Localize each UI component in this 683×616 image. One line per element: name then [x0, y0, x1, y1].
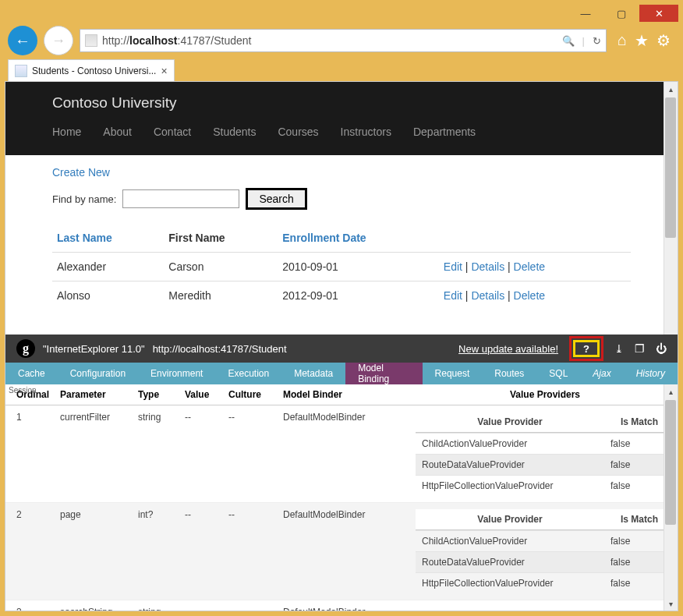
glimpse-tab-metadata[interactable]: Metadata — [281, 363, 345, 384]
details-link[interactable]: Details — [471, 260, 504, 273]
vp-name: RouteDataValueProvider — [416, 552, 604, 572]
page-icon — [85, 34, 97, 47]
settings-icon[interactable]: ⚙ — [656, 31, 671, 50]
browser-chrome: ← → http://localhost:41787/Student 🔍 | ↻… — [5, 25, 678, 56]
tab-favicon — [15, 65, 27, 77]
glimpse-tabs: CacheConfigurationEnvironmentExecutionMe… — [5, 363, 678, 384]
nav-link-about[interactable]: About — [103, 126, 132, 138]
refresh-icon[interactable]: ↻ — [593, 35, 601, 47]
glimpse-row: 2pageint?----DefaultModelBinderValue Pro… — [5, 503, 678, 600]
glimpse-row: 1currentFilterstring----DefaultModelBind… — [5, 405, 678, 503]
glimpse-popout-icon[interactable]: ❐ — [635, 342, 645, 355]
search-icon[interactable]: 🔍 — [562, 35, 575, 47]
cell-value: -- — [182, 600, 225, 611]
glimpse-tab-history[interactable]: History — [624, 363, 678, 384]
glimpse-logo-icon[interactable]: g — [16, 339, 35, 358]
forward-button[interactable]: → — [44, 26, 73, 55]
glimpse-help-button[interactable]: ? — [573, 340, 600, 357]
glimpse-row: 3searchStringstring----DefaultModelBinde… — [5, 600, 678, 611]
glimpse-tab-request[interactable]: Request — [423, 363, 483, 384]
glimpse-update-link[interactable]: New update available! — [458, 343, 558, 355]
nav-link-courses[interactable]: Courses — [278, 126, 318, 138]
scroll-up-icon[interactable]: ▴ — [664, 82, 678, 96]
site-brand[interactable]: Contoso University — [52, 94, 631, 112]
glimpse-url: http://localhost:41787/Student — [153, 343, 287, 355]
cell-parameter: searchString — [57, 600, 135, 611]
students-table: Last Name First Name Enrollment Date Ale… — [52, 224, 631, 310]
delete-link[interactable]: Delete — [514, 260, 545, 273]
favorites-icon[interactable]: ★ — [635, 31, 649, 50]
glimpse-scroll-down-icon[interactable]: ▾ — [664, 597, 678, 611]
find-label: Find by name: — [52, 193, 116, 205]
glimpse-power-icon[interactable]: ⏻ — [656, 342, 667, 355]
vp-name: ChildActionValueProvider — [416, 531, 604, 551]
cell-ordinal: 3 — [5, 600, 57, 611]
edit-link[interactable]: Edit — [444, 289, 462, 302]
address-bar[interactable]: http://localhost:41787/Student 🔍 | ↻ — [80, 29, 607, 52]
vp-name: HttpFileCollectionValueProvider — [416, 476, 604, 496]
nav-link-students[interactable]: Students — [213, 126, 256, 138]
nav-link-home[interactable]: Home — [52, 126, 81, 138]
hdr-type: Type — [135, 384, 182, 405]
titlebar: — ▢ ✕ — [5, 5, 678, 25]
nav-links: HomeAboutContactStudentsCoursesInstructo… — [52, 126, 631, 138]
search-button[interactable]: Search — [246, 188, 306, 210]
glimpse-tab-cache[interactable]: Cache — [5, 363, 58, 384]
maximize-button[interactable]: ▢ — [603, 5, 639, 22]
cell-first: Carson — [164, 253, 278, 281]
cell-culture: -- — [225, 405, 280, 502]
glimpse-scroll-up-icon[interactable]: ▴ — [664, 384, 678, 398]
back-arrow-icon: ← — [15, 32, 30, 50]
home-icon[interactable]: ⌂ — [618, 31, 627, 50]
glimpse-tab-execution[interactable]: Execution — [215, 363, 281, 384]
cell-value: -- — [182, 405, 225, 502]
cell-culture: -- — [225, 503, 280, 600]
vp-hdr-provider: Value Provider — [416, 509, 604, 529]
url-host: localhost — [129, 34, 177, 47]
minimize-button[interactable]: — — [568, 5, 603, 22]
delete-link[interactable]: Delete — [514, 289, 545, 302]
glimpse-tab-configuration[interactable]: Configuration — [58, 363, 138, 384]
create-new-link[interactable]: Create New — [52, 166, 110, 179]
cell-culture: -- — [225, 600, 280, 611]
vp-hdr-provider: Value Provider — [416, 412, 604, 432]
col-last-name[interactable]: Last Name — [57, 232, 112, 244]
nav-link-departments[interactable]: Departments — [413, 126, 476, 138]
vp-row: HttpFileCollectionValueProviderfalse — [416, 475, 674, 496]
browser-tab[interactable]: Students - Contoso Universi... × — [8, 59, 175, 81]
vp-row: RouteDataValueProviderfalse — [416, 454, 674, 475]
value-providers: Value ProviderIs MatchChildActionValuePr… — [412, 600, 678, 611]
cell-enroll: 2012-09-01 — [278, 281, 439, 310]
cell-actions: Edit | Details | Delete — [439, 281, 631, 310]
chrome-buttons: ⌂ ★ ⚙ — [613, 31, 675, 50]
vp-name: ChildActionValueProvider — [416, 434, 604, 454]
find-input[interactable] — [122, 189, 239, 208]
scroll-thumb[interactable] — [665, 97, 676, 238]
glimpse-minimize-icon[interactable]: ⤓ — [614, 342, 624, 355]
tab-title: Students - Contoso Universi... — [32, 65, 156, 76]
value-providers: Value ProviderIs MatchChildActionValuePr… — [412, 503, 678, 600]
glimpse-tab-sql[interactable]: SQL — [536, 363, 580, 384]
back-button[interactable]: ← — [8, 26, 37, 55]
glimpse-header: g "InternetExplorer 11.0" http://localho… — [5, 335, 678, 363]
glimpse-tab-environment[interactable]: Environment — [138, 363, 215, 384]
details-link[interactable]: Details — [471, 289, 504, 302]
glimpse-scrollbar[interactable]: ▴ ▾ — [664, 384, 678, 611]
glimpse-tab-model-binding[interactable]: Model Binding — [345, 363, 422, 384]
nav-link-instructors[interactable]: Instructors — [341, 126, 391, 138]
glimpse-tab-routes[interactable]: Routes — [482, 363, 536, 384]
cell-last: Alexander — [52, 253, 164, 281]
search-row: Find by name: Search — [52, 188, 631, 210]
tab-close-icon[interactable]: × — [161, 65, 167, 77]
cell-actions: Edit | Details | Delete — [439, 253, 631, 281]
glimpse-body: ▴ ▾ Session Ordinal Parameter Type Value… — [5, 384, 678, 611]
cell-last: Alonso — [52, 281, 164, 310]
glimpse-grid-header: Ordinal Parameter Type Value Culture Mod… — [5, 384, 678, 405]
nav-link-contact[interactable]: Contact — [154, 126, 191, 138]
glimpse-scroll-thumb[interactable] — [665, 400, 676, 525]
glimpse-tab-ajax[interactable]: Ajax — [580, 363, 623, 384]
edit-link[interactable]: Edit — [444, 260, 462, 273]
col-first-name: First Name — [164, 224, 278, 253]
close-button[interactable]: ✕ — [639, 5, 678, 22]
col-enroll-date[interactable]: Enrollment Date — [282, 232, 366, 244]
